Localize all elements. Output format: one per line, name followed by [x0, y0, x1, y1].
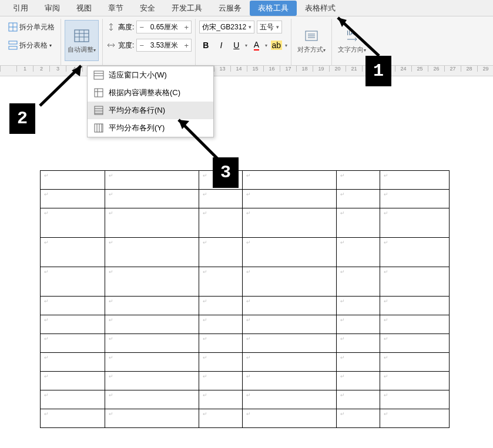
chevron-down-icon: ▾: [245, 43, 247, 48]
distribute-cols-item[interactable]: 平均分布各列(Y): [88, 119, 213, 137]
chevron-down-icon: ▾: [323, 48, 326, 53]
fit-content-label: 根据内容调整表格(C): [109, 87, 180, 98]
distribute-cols-label: 平均分布各列(Y): [109, 123, 165, 133]
ruler-tick: 19: [313, 66, 329, 72]
svg-rect-5: [75, 30, 89, 42]
underline-button[interactable]: U: [230, 39, 243, 52]
align-label: 对齐方式▾: [297, 45, 326, 54]
table-row[interactable]: [41, 390, 450, 409]
text-direction-icon: IIA: [344, 28, 360, 44]
text-direction-button[interactable]: IIA 文字方向▾: [336, 20, 368, 61]
menu-review[interactable]: 审阅: [36, 1, 68, 16]
chevron-down-icon: ▾: [49, 43, 52, 48]
table-row[interactable]: [41, 190, 450, 208]
distribute-cols-icon: [93, 123, 104, 133]
ruler-tick: 20: [329, 66, 346, 72]
ruler-tick: [0, 66, 16, 72]
ruler-tick: 18: [296, 66, 313, 72]
ruler-tick: 17: [280, 66, 296, 72]
annotation-marker-1: 1: [365, 56, 391, 86]
document-table[interactable]: [40, 170, 450, 428]
table-row[interactable]: [41, 315, 450, 334]
document-area[interactable]: [0, 76, 493, 428]
align-button[interactable]: 对齐方式▾: [295, 20, 328, 61]
auto-adjust-icon: [73, 28, 90, 44]
split-cell-label: 拆分单元格: [19, 22, 55, 32]
text-direction-label: 文字方向▾: [338, 45, 366, 54]
fit-content-item[interactable]: 根据内容调整表格(C): [88, 84, 213, 102]
auto-adjust-dropdown: 适应窗口大小(W) 根据内容调整表格(C) 平均分布各行(N) 平均分布各列(Y…: [87, 66, 214, 137]
svg-rect-21: [95, 89, 103, 97]
distribute-rows-label: 平均分布各行(N): [109, 105, 165, 116]
ruler-tick: 27: [444, 66, 461, 72]
ruler-tick: 26: [428, 66, 444, 72]
ruler-tick: 2: [33, 66, 49, 72]
split-table-label: 拆分表格: [19, 41, 48, 50]
font-size-value: 五号: [260, 22, 274, 32]
svg-text:IIA: IIA: [347, 29, 355, 36]
width-input[interactable]: [146, 39, 182, 51]
width-decrement[interactable]: −: [137, 41, 146, 50]
menu-chapter[interactable]: 章节: [100, 1, 132, 16]
menu-table-style[interactable]: 表格样式: [297, 1, 344, 16]
ruler-tick: 3: [49, 66, 66, 72]
toolbar-group-autoadjust: 自动调整▾: [61, 19, 103, 66]
table-row[interactable]: [41, 409, 450, 428]
table-row[interactable]: [41, 238, 450, 267]
annotation-marker-2: 2: [9, 103, 35, 134]
table-row[interactable]: [41, 353, 450, 372]
ruler-tick: 29: [477, 66, 493, 72]
height-label: 高度:: [118, 22, 134, 32]
fit-content-icon: [93, 87, 104, 98]
menu-security[interactable]: 安全: [132, 1, 163, 16]
width-icon: [106, 41, 116, 50]
menu-view[interactable]: 视图: [68, 1, 100, 16]
font-color-button[interactable]: A: [250, 39, 263, 52]
ruler-tick: 4: [66, 66, 82, 72]
height-input[interactable]: [146, 21, 182, 33]
menu-devtools[interactable]: 开发工具: [163, 1, 210, 16]
highlight-button[interactable]: ab: [270, 39, 283, 52]
split-table-button[interactable]: 拆分表格 ▾: [6, 39, 54, 52]
menu-bar: 引用 审阅 视图 章节 安全 开发工具 云服务 表格工具 表格样式: [0, 0, 493, 16]
fit-window-icon: [93, 70, 104, 80]
auto-adjust-button[interactable]: 自动调整▾: [65, 20, 99, 61]
chevron-down-icon: ▾: [276, 24, 279, 30]
svg-rect-18: [94, 71, 103, 79]
toolbar-group-font: 仿宋_GB2312 ▾ 五号 ▾ B I U ▾ A ▾ ab ▾: [196, 19, 291, 66]
toolbar-group-split: 拆分单元格 拆分表格 ▾: [2, 19, 61, 66]
menu-quote[interactable]: 引用: [5, 1, 36, 16]
menu-table-tools[interactable]: 表格工具: [250, 1, 297, 16]
table-row[interactable]: [41, 297, 450, 315]
chevron-down-icon: ▾: [285, 43, 287, 48]
height-increment[interactable]: +: [182, 23, 191, 32]
chevron-down-icon: ▾: [93, 48, 96, 53]
height-decrement[interactable]: −: [137, 23, 146, 32]
table-row[interactable]: [41, 171, 450, 190]
font-name-select[interactable]: 仿宋_GB2312 ▾: [199, 21, 254, 33]
width-label: 宽度:: [118, 41, 134, 50]
italic-button[interactable]: I: [214, 39, 227, 52]
svg-rect-4: [9, 46, 17, 49]
ruler-tick: 1: [16, 66, 33, 72]
table-row[interactable]: [41, 334, 450, 353]
height-input-group: − +: [136, 21, 192, 33]
chevron-down-icon: ▾: [364, 48, 366, 53]
toolbar: 拆分单元格 拆分表格 ▾ 自动调整▾ 高度: − +: [0, 16, 493, 66]
table-row[interactable]: [41, 372, 450, 390]
width-increment[interactable]: +: [182, 41, 191, 50]
table-row[interactable]: [41, 208, 450, 238]
chevron-down-icon: ▾: [265, 43, 267, 48]
ruler-tick: 28: [461, 66, 477, 72]
ruler-tick: 21: [346, 66, 362, 72]
toolbar-group-size: 高度: − + 宽度: − +: [103, 19, 196, 66]
table-row[interactable]: [41, 267, 450, 297]
menu-cloud[interactable]: 云服务: [210, 1, 250, 16]
distribute-rows-item[interactable]: 平均分布各行(N): [88, 102, 213, 119]
font-name-value: 仿宋_GB2312: [202, 22, 246, 32]
bold-button[interactable]: B: [199, 39, 212, 52]
split-cell-button[interactable]: 拆分单元格: [6, 21, 57, 33]
ruler-tick: 14: [230, 66, 247, 72]
fit-window-item[interactable]: 适应窗口大小(W): [88, 66, 213, 84]
font-size-select[interactable]: 五号 ▾: [257, 21, 282, 33]
